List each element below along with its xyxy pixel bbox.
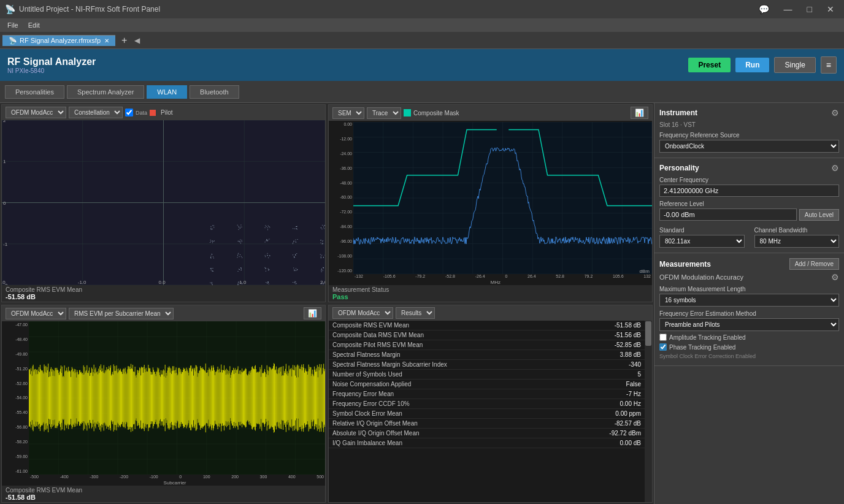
results-container: OFDM ModAcc Results Composite RMS EVM Me…: [328, 305, 653, 503]
tab-close-icon[interactable]: ✕: [104, 37, 109, 44]
max-meas-length-label: Maximum Measurement Length: [659, 286, 839, 292]
sem-status-label: Measurement Status: [332, 286, 648, 293]
constellation-plot-area: [2, 120, 325, 285]
sem-dropdown1[interactable]: SEM: [332, 107, 364, 119]
ptab-bluetooth[interactable]: Bluetooth: [190, 85, 239, 99]
preset-button[interactable]: Preset: [688, 58, 731, 72]
results-row-1: Composite Data RMS EVM Mean-51.56 dB: [329, 330, 645, 340]
results-label-1: Composite Data RMS EVM Mean: [332, 332, 592, 338]
sem-chart-icon[interactable]: 📊: [631, 107, 648, 119]
constellation-canvas: [2, 120, 325, 285]
phase-tracking-row: Phase Tracking Enabled: [659, 343, 839, 351]
sem-status-value: Pass: [332, 293, 648, 300]
results-value-3: 3.88 dB: [592, 351, 641, 358]
evm-status-value: -51.58 dB: [6, 494, 321, 501]
center-freq-input[interactable]: [659, 185, 839, 197]
data-checkbox[interactable]: [125, 109, 133, 116]
results-value-11: -92.72 dBm: [592, 430, 641, 437]
evm-status-label: Composite RMS EVM Mean: [6, 487, 321, 494]
amp-tracking-checkbox[interactable]: [659, 334, 667, 341]
constellation-status-label: Composite RMS EVM Mean: [6, 286, 321, 293]
tab-add-button[interactable]: +: [117, 34, 132, 47]
instrument-gear-icon[interactable]: ⚙: [831, 108, 839, 118]
results-label-10: Relative I/Q Origin Offset Mean: [332, 420, 592, 427]
tab-bar: 📡 RF Signal Analyzer.rfmxsfp ✕ + ◀: [0, 32, 844, 49]
minimize-button[interactable]: —: [779, 3, 797, 15]
toolbar-right: Preset Run Single ≡: [688, 56, 837, 74]
measurements-title: Measurements: [659, 260, 711, 269]
toolbar: RF Signal Analyzer NI PXIe-5840 Preset R…: [0, 49, 844, 81]
data-label: Data: [136, 110, 147, 116]
sem-x-axis: -132 -105.6 -79.2 -52.8 -26.4 0 26.4 52.…: [353, 274, 652, 285]
evm-dropdown1[interactable]: OFDM ModAcc: [6, 308, 66, 319]
menu-button[interactable]: ≡: [821, 56, 837, 74]
personality-tabs: Personalities Spectrum Analyzer WLAN Blu…: [0, 81, 844, 103]
results-value-7: -7 Hz: [592, 391, 641, 397]
constellation-dropdown2[interactable]: Constellation: [69, 107, 123, 118]
sem-dropdown2[interactable]: Trace: [367, 107, 401, 119]
results-label-8: Frequency Error CCDF 10%: [332, 400, 592, 407]
sem-plot-area: 0.00 -12.00 -24.00 -36.00 -48.00 -60.00 …: [329, 121, 652, 285]
results-value-4: -340: [592, 361, 641, 368]
single-button[interactable]: Single: [774, 57, 815, 73]
results-label-7: Frequency Error Mean: [332, 391, 592, 397]
maximize-button[interactable]: □: [802, 3, 817, 15]
sem-y-unit: dBm: [640, 269, 650, 274]
measurements-header: Measurements Add / Remove: [659, 258, 839, 270]
evm-toolbar: OFDM ModAcc RMS EVM per Subcarrier Mean …: [2, 305, 325, 321]
auto-level-button[interactable]: Auto Level: [799, 209, 839, 221]
ptab-personalities[interactable]: Personalities: [5, 85, 64, 99]
tab-rfsa[interactable]: 📡 RF Signal Analyzer.rfmxsfp ✕: [2, 35, 115, 46]
toolbar-left: RF Signal Analyzer NI PXIe-5840: [7, 56, 96, 74]
freq-err-est-select[interactable]: Preamble and Pilots: [659, 318, 839, 331]
left-panel: OFDM ModAcc Constellation Data Pilot Com…: [0, 103, 654, 504]
results-label-12: I/Q Gain Imbalance Mean: [332, 440, 592, 446]
results-row-8: Frequency Error CCDF 10%0.00 Hz: [329, 399, 645, 409]
close-button[interactable]: ✕: [822, 3, 839, 15]
nav-back-icon[interactable]: ◀: [132, 35, 142, 46]
evm-dropdown2[interactable]: RMS EVM per Subcarrier Mean: [69, 308, 174, 319]
results-scrollbar[interactable]: [645, 321, 652, 502]
add-remove-button[interactable]: Add / Remove: [789, 258, 839, 270]
results-value-10: -82.57 dB: [592, 420, 641, 427]
results-value-2: -52.85 dB: [592, 342, 641, 348]
results-dropdown1[interactable]: OFDM ModAcc: [332, 307, 393, 319]
ref-level-input[interactable]: [659, 208, 797, 221]
standard-select[interactable]: 802.11ax: [659, 235, 745, 248]
app-subtitle: NI PXIe-5840: [7, 67, 96, 74]
chat-icon[interactable]: 💬: [754, 3, 774, 15]
personality-title: Personality: [659, 164, 699, 172]
results-value-12: 0.00 dB: [592, 440, 641, 446]
ptab-wlan[interactable]: WLAN: [147, 85, 187, 99]
freq-ref-select[interactable]: OnboardClock: [659, 140, 839, 153]
max-meas-length-select[interactable]: 16 symbols: [659, 294, 839, 307]
channel-bw-select[interactable]: 80 MHz: [754, 235, 840, 248]
results-label-0: Composite RMS EVM Mean: [332, 322, 592, 329]
ptab-spectrum-analyzer[interactable]: Spectrum Analyzer: [67, 85, 144, 99]
app-title: RF Signal Analyzer: [7, 56, 96, 67]
amp-tracking-row: Amplitude Tracking Enabled: [659, 334, 839, 341]
results-value-6: False: [592, 381, 641, 388]
slot-info: Slot 16 · VST: [659, 121, 839, 128]
ofdm-meas-gear-icon[interactable]: ⚙: [831, 272, 839, 282]
results-row-7: Frequency Error Mean-7 Hz: [329, 389, 645, 399]
scrollbar-thumb[interactable]: [645, 321, 651, 346]
results-label-5: Number of Symbols Used: [332, 371, 592, 378]
run-button[interactable]: Run: [735, 58, 769, 72]
sem-inner-plot: [353, 122, 652, 274]
results-label-4: Spectral Flatness Margin Subcarrier Inde…: [332, 361, 592, 368]
phase-tracking-checkbox[interactable]: [659, 343, 667, 351]
evm-chart-icon[interactable]: 📊: [304, 307, 321, 319]
results-value-0: -51.58 dB: [592, 322, 641, 329]
measurements-section: Measurements Add / Remove OFDM Modulatio…: [654, 253, 844, 366]
results-row-3: Spectral Flatness Margin3.88 dB: [329, 350, 645, 360]
instrument-section: Instrument ⚙ Slot 16 · VST Frequency Ref…: [654, 103, 844, 158]
results-row-5: Number of Symbols Used5: [329, 370, 645, 380]
menu-file[interactable]: File: [2, 20, 23, 30]
results-label-2: Composite Pilot RMS EVM Mean: [332, 342, 592, 348]
results-dropdown2[interactable]: Results: [396, 307, 435, 319]
constellation-dropdown1[interactable]: OFDM ModAcc: [6, 107, 66, 118]
personality-gear-icon[interactable]: ⚙: [831, 163, 839, 173]
menu-edit[interactable]: Edit: [23, 20, 45, 30]
menu-bar: File Edit: [0, 18, 844, 32]
